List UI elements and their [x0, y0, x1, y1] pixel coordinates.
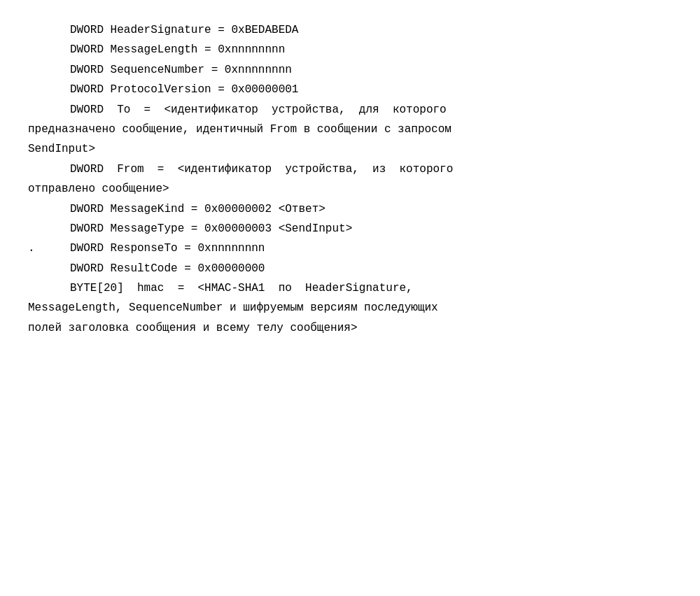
- line-text: BYTE[20] hmac = <HMAC-SHA1 по HeaderSign…: [70, 282, 413, 295]
- line-text: DWORD MessageKind = 0x00000002 <Ответ>: [70, 203, 326, 215]
- line-text: DWORD SequenceNumber = 0xnnnnnnnn: [70, 64, 292, 76]
- text-line: DWORD SequenceNumber = 0xnnnnnnnn: [28, 61, 672, 79]
- text-line: DWORD From = <идентификатор устройства, …: [28, 160, 672, 178]
- text-line: предназначено сообщение, идентичный From…: [28, 120, 672, 139]
- text-line: DWORD ResultCode = 0x00000000: [28, 260, 672, 278]
- bullet-dot: .: [28, 239, 42, 257]
- main-content: DWORD HeaderSignature = 0xBEDABEDADWORD …: [28, 21, 672, 337]
- line-text: DWORD ResponseTo = 0xnnnnnnnn: [42, 242, 265, 255]
- text-line: полей заголовка сообщения и всему телу с…: [28, 319, 672, 337]
- line-text: DWORD ResultCode = 0x00000000: [70, 262, 265, 275]
- text-line: отправлено сообщение>: [28, 180, 672, 198]
- text-line: DWORD HeaderSignature = 0xBEDABEDA: [28, 21, 672, 39]
- text-line: DWORD MessageLength = 0xnnnnnnnn: [28, 41, 672, 59]
- line-text: DWORD From = <идентификатор устройства, …: [70, 163, 453, 176]
- line-text: полей заголовка сообщения и всему телу с…: [28, 322, 357, 334]
- line-text: отправлено сообщение>: [28, 183, 169, 195]
- text-line: DWORD ProtocolVersion = 0x00000001: [28, 80, 672, 99]
- line-text: предназначено сообщение, идентичный From…: [28, 123, 451, 136]
- text-line: .DWORD ResponseTo = 0xnnnnnnnn: [28, 239, 672, 257]
- text-line: DWORD MessageKind = 0x00000002 <Ответ>: [28, 200, 672, 218]
- line-text: DWORD HeaderSignature = 0xBEDABEDA: [70, 24, 298, 36]
- line-text: DWORD MessageLength = 0xnnnnnnnn: [70, 43, 285, 56]
- text-line: SendInput>: [28, 140, 672, 158]
- line-text: DWORD To = <идентификатор устройства, дл…: [70, 104, 447, 116]
- line-text: SendInput>: [28, 143, 95, 155]
- text-line: DWORD MessageType = 0x00000003 <SendInpu…: [28, 220, 672, 238]
- text-line: DWORD To = <идентификатор устройства, дл…: [28, 101, 672, 119]
- text-line: BYTE[20] hmac = <HMAC-SHA1 по HeaderSign…: [28, 279, 672, 297]
- line-text: MessageLength, SequenceNumber и шифруемы…: [28, 301, 438, 314]
- line-text: DWORD MessageType = 0x00000003 <SendInpu…: [70, 222, 352, 235]
- text-line: MessageLength, SequenceNumber и шифруемы…: [28, 299, 672, 317]
- line-text: DWORD ProtocolVersion = 0x00000001: [70, 83, 298, 96]
